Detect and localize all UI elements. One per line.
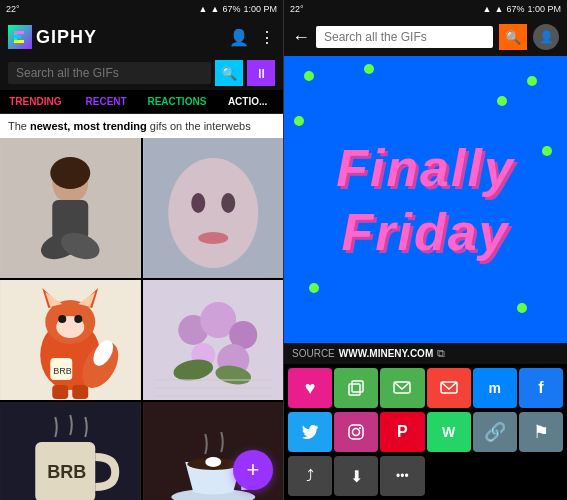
time-left: 1:00 PM <box>243 4 277 14</box>
fab-button[interactable]: + <box>233 450 273 490</box>
share-copy-gif[interactable] <box>334 368 378 408</box>
gif-display: Finally Friday <box>284 56 567 343</box>
gif-fox: BRB <box>0 280 141 400</box>
nav-tabs: TRENDING RECENT REACTIONS ACTIO... <box>0 90 283 114</box>
gif-cell-5[interactable]: BRB <box>0 402 141 500</box>
svg-text:BRB: BRB <box>53 366 72 376</box>
share-favorite[interactable]: ♥ <box>288 368 332 408</box>
gif-grid: BRB <box>0 138 283 500</box>
share-messenger[interactable]: m <box>473 368 517 408</box>
friday-text: Finally Friday <box>336 138 515 262</box>
tab-trending[interactable]: TRENDING <box>0 90 71 113</box>
finally-label: Finally <box>336 138 515 198</box>
signal-icon: ▲ <box>199 4 208 14</box>
more-icon[interactable]: ⋮ <box>259 28 275 47</box>
status-bar-right: 22° ▲ ▲ 67% 1:00 PM <box>284 0 567 18</box>
svg-rect-1 <box>14 31 24 34</box>
svg-rect-50 <box>352 381 363 392</box>
wifi-icon: ▲ <box>211 4 220 14</box>
source-url: WWW.MINENY.COM <box>339 348 433 359</box>
action-row: ⤴ ⬇ ••• <box>284 456 567 500</box>
battery-right: 67% <box>506 4 524 14</box>
dot-2 <box>364 64 374 74</box>
svg-point-11 <box>168 158 258 268</box>
svg-point-6 <box>50 157 90 189</box>
dot-5 <box>542 146 552 156</box>
svg-point-24 <box>74 315 82 323</box>
svg-rect-53 <box>349 425 363 439</box>
svg-point-14 <box>198 232 228 244</box>
search-input-left[interactable] <box>8 62 211 84</box>
source-bar: SOURCE WWW.MINENY.COM ⧉ <box>284 343 567 364</box>
share-link[interactable]: 🔗 <box>473 412 517 452</box>
left-panel: 22° ▲ ▲ 67% 1:00 PM GIPHY 👤 ⋮ <box>0 0 284 500</box>
svg-point-23 <box>58 315 66 323</box>
svg-point-13 <box>221 193 235 213</box>
svg-rect-3 <box>14 40 24 43</box>
sms-icon <box>393 379 411 397</box>
gif-brb: BRB <box>0 402 141 500</box>
share-email[interactable] <box>427 368 471 408</box>
svg-point-48 <box>205 457 221 467</box>
action-share[interactable]: ⤴ <box>288 456 332 496</box>
svg-point-55 <box>359 427 361 429</box>
dot-1 <box>304 71 314 81</box>
trending-banner: The newest, most trending gifs on the in… <box>0 114 283 138</box>
share-grid: ♥ m f <box>284 364 567 412</box>
search-button-left[interactable]: 🔍 <box>215 60 243 86</box>
pause-button[interactable]: ⏸ <box>247 60 275 86</box>
tab-actions[interactable]: ACTIO... <box>212 90 283 113</box>
share-sms[interactable] <box>380 368 424 408</box>
gif-face <box>143 138 284 278</box>
instagram-icon <box>348 424 364 440</box>
search-input-right[interactable] <box>316 26 493 48</box>
gif-cell-4[interactable] <box>143 280 284 400</box>
status-bar-left: 22° ▲ ▲ 67% 1:00 PM <box>0 0 283 18</box>
app-header: GIPHY 👤 ⋮ <box>0 18 283 56</box>
gif-cell-3[interactable]: BRB <box>0 280 141 400</box>
dot-4 <box>294 116 304 126</box>
share-facebook[interactable]: f <box>519 368 563 408</box>
share-instagram[interactable] <box>334 412 378 452</box>
friday-label: Friday <box>341 202 509 262</box>
back-button[interactable]: ← <box>292 27 310 48</box>
email-icon <box>440 379 458 397</box>
giphy-logo: GIPHY <box>8 25 97 49</box>
svg-rect-30 <box>72 385 88 399</box>
giphy-logo-icon <box>8 25 32 49</box>
battery-left: 67% <box>222 4 240 14</box>
svg-rect-31 <box>143 280 283 400</box>
dot-7 <box>517 303 527 313</box>
signal-icon-right: ▲ <box>483 4 492 14</box>
gif-cell-1[interactable] <box>0 138 141 278</box>
search-bar-left: 🔍 ⏸ <box>0 56 283 90</box>
share-twitter[interactable] <box>288 412 332 452</box>
dot-8 <box>497 96 507 106</box>
status-temp-right: 22° <box>290 4 304 14</box>
status-icons-left: ▲ ▲ 67% 1:00 PM <box>199 4 277 14</box>
share-flag[interactable]: ⚑ <box>519 412 563 452</box>
svg-rect-2 <box>14 35 21 38</box>
tab-reactions[interactable]: REACTIONS <box>142 90 213 113</box>
share-pinterest[interactable]: P <box>380 412 424 452</box>
action-more[interactable]: ••• <box>380 456 424 496</box>
profile-icon[interactable]: 👤 <box>229 28 249 47</box>
source-label: SOURCE <box>292 348 335 359</box>
svg-rect-29 <box>52 385 68 399</box>
giphy-logo-text: GIPHY <box>36 27 97 48</box>
gif-girl <box>0 138 141 278</box>
time-right: 1:00 PM <box>527 4 561 14</box>
svg-text:BRB: BRB <box>47 462 86 482</box>
copy-icon[interactable]: ⧉ <box>437 347 445 360</box>
tab-recent[interactable]: RECENT <box>71 90 142 113</box>
logo-svg <box>12 29 28 45</box>
gif-cell-2[interactable] <box>143 138 284 278</box>
header-icons: 👤 ⋮ <box>229 28 275 47</box>
right-header: ← 🔍 👤 <box>284 18 567 56</box>
share-whatsapp[interactable]: W <box>427 412 471 452</box>
action-download[interactable]: ⬇ <box>334 456 378 496</box>
search-button-right[interactable]: 🔍 <box>499 24 527 50</box>
share-grid-2: P W 🔗 ⚑ <box>284 412 567 456</box>
gif-flowers <box>143 280 284 400</box>
avatar-right[interactable]: 👤 <box>533 24 559 50</box>
